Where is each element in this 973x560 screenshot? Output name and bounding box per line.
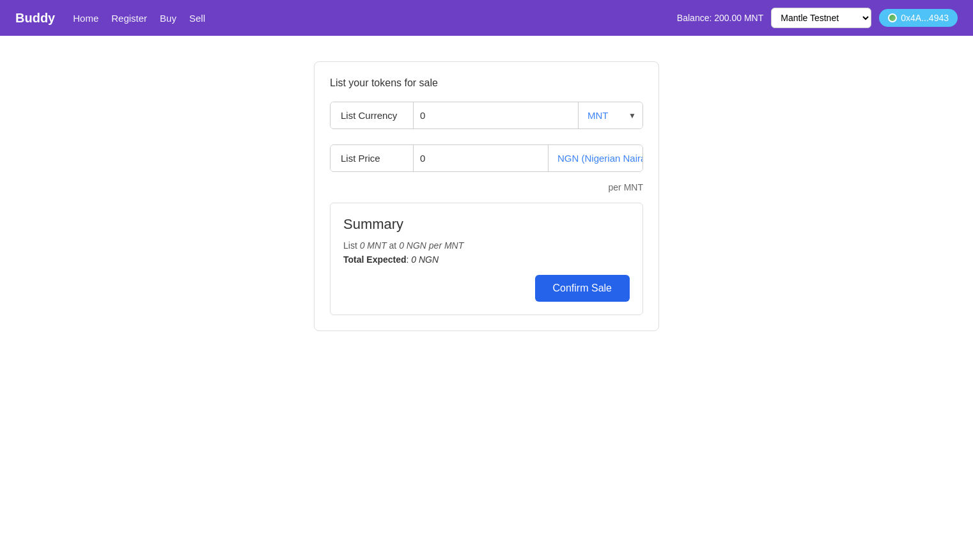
summary-total: Total Expected: 0 NGN	[343, 254, 630, 265]
wallet-badge[interactable]: 0x4A...4943	[879, 9, 958, 27]
nav-sell[interactable]: Sell	[189, 13, 205, 24]
list-currency-label: List Currency	[331, 102, 414, 128]
list-currency-input[interactable]	[414, 102, 578, 128]
total-label: Total Expected	[343, 254, 407, 265]
navbar-links: Home Register Buy Sell	[73, 13, 659, 24]
total-value: 0 NGN	[411, 254, 439, 265]
sell-form-card: List your tokens for sale List Currency …	[314, 61, 659, 331]
form-title: List your tokens for sale	[330, 77, 643, 89]
price-currency-select-wrapper: NGN (Nigerian Naira) USD (US Dollar) EUR…	[548, 145, 643, 171]
navbar: Buddy Home Register Buy Sell Balance: 20…	[0, 0, 973, 36]
balance-display: Balance: 200.00 MNT	[677, 13, 763, 23]
token-selector[interactable]: MNT ETH USDT	[579, 102, 642, 128]
network-selector[interactable]: Mantle Testnet Ethereum Mainnet Polygon	[771, 8, 871, 28]
list-price-row: List Price NGN (Nigerian Naira) USD (US …	[330, 144, 643, 172]
brand-logo: Buddy	[15, 11, 55, 26]
confirm-btn-row: Confirm Sale	[343, 275, 630, 302]
main-content: List your tokens for sale List Currency …	[0, 36, 973, 560]
summary-card: Summary List 0 MNT at 0 NGN per MNT Tota…	[330, 203, 643, 315]
nav-home[interactable]: Home	[73, 13, 98, 24]
list-price-input[interactable]	[414, 145, 548, 171]
list-price-label: List Price	[331, 145, 414, 171]
summary-amount: 0 MNT	[360, 240, 387, 251]
summary-price: 0 NGN per MNT	[399, 240, 463, 251]
per-unit-label: per MNT	[330, 182, 643, 192]
wallet-status-icon	[888, 13, 897, 22]
summary-title: Summary	[343, 216, 630, 233]
confirm-sale-button[interactable]: Confirm Sale	[535, 275, 630, 302]
summary-description: List 0 MNT at 0 NGN per MNT	[343, 240, 630, 251]
navbar-right: Balance: 200.00 MNT Mantle Testnet Ether…	[677, 8, 958, 28]
list-currency-row: List Currency MNT ETH USDT ▼	[330, 102, 643, 129]
nav-register[interactable]: Register	[111, 13, 147, 24]
wallet-address: 0x4A...4943	[901, 13, 949, 23]
price-currency-selector[interactable]: NGN (Nigerian Naira) USD (US Dollar) EUR…	[549, 145, 643, 171]
token-select-wrapper: MNT ETH USDT ▼	[578, 102, 642, 128]
nav-buy[interactable]: Buy	[160, 13, 176, 24]
